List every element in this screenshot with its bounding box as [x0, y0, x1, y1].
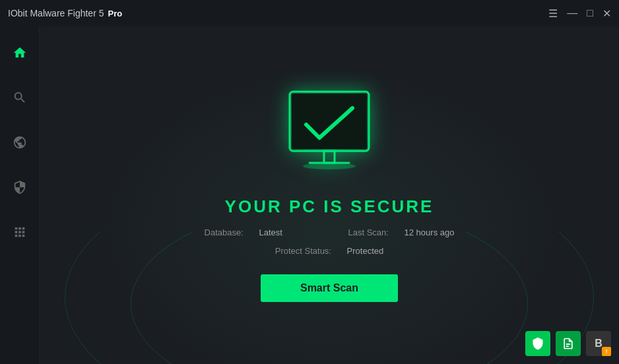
- report-icon: [562, 337, 575, 350]
- sidebar-item-protection[interactable]: [7, 174, 33, 200]
- window-controls: ☰ — □ ✕: [548, 7, 611, 20]
- svg-rect-2: [324, 151, 335, 163]
- home-icon: [13, 46, 27, 60]
- monitor-icon: [277, 88, 382, 181]
- sidebar-item-scan[interactable]: [7, 84, 33, 111]
- warning-badge: !: [602, 347, 611, 356]
- scan-icon: [13, 90, 27, 105]
- pro-badge: Pro: [108, 9, 123, 18]
- menu-button[interactable]: ☰: [548, 7, 558, 20]
- sidebar-item-web[interactable]: [7, 129, 33, 156]
- protect-status-row: Protect Status: Protected: [183, 243, 476, 258]
- main-content: YOUR PC IS SECURE Database: Latest Last …: [40, 26, 619, 364]
- minimize-button[interactable]: —: [567, 7, 577, 19]
- sidebar: [0, 26, 40, 364]
- app-layout: YOUR PC IS SECURE Database: Latest Last …: [0, 26, 619, 364]
- svg-point-4: [303, 163, 356, 169]
- monitor-container: [277, 88, 382, 183]
- maximize-button[interactable]: □: [587, 7, 593, 19]
- app-title: IObit Malware Fighter 5: [8, 8, 104, 18]
- app-title-group: IObit Malware Fighter 5 Pro: [8, 8, 122, 18]
- smart-scan-button[interactable]: Smart Scan: [261, 274, 398, 302]
- report-button[interactable]: [556, 331, 581, 356]
- shield-icon: [13, 180, 27, 195]
- shield-bottom-icon: [531, 337, 544, 350]
- sidebar-item-apps[interactable]: [7, 219, 33, 245]
- status-title: YOUR PC IS SECURE: [225, 197, 434, 217]
- sidebar-item-home[interactable]: [7, 40, 33, 66]
- beta-button[interactable]: B !: [586, 331, 611, 356]
- status-details: Database: Latest Last Scan: 12 hours ago…: [183, 225, 476, 258]
- svg-rect-1: [292, 94, 367, 149]
- last-scan-label: Last Scan: 12 hours ago: [337, 228, 465, 237]
- bottom-icons: B !: [525, 331, 611, 356]
- globe-icon: [13, 135, 27, 150]
- database-label: Database: Latest: [194, 228, 296, 237]
- shield-protection-button[interactable]: [525, 331, 550, 356]
- title-bar: IObit Malware Fighter 5 Pro ☰ — □ ✕: [0, 0, 619, 26]
- close-button[interactable]: ✕: [603, 7, 611, 20]
- apps-icon: [13, 225, 27, 239]
